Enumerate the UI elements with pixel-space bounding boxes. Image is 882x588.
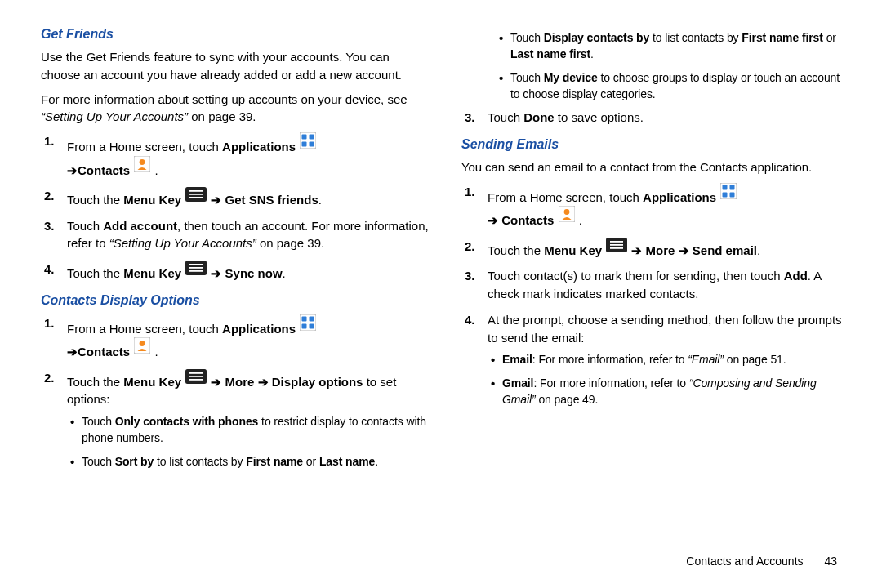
- bold: My device: [544, 71, 598, 84]
- left-column: Get Friends Use the Get Friends feature …: [41, 24, 429, 478]
- bold: More: [225, 375, 255, 389]
- text: or: [823, 31, 836, 44]
- menu-key-icon: [185, 369, 207, 389]
- bullet-sort-by: Touch Sort by to list contacts by First …: [82, 453, 429, 470]
- arrow: ➔: [207, 266, 225, 280]
- display-option-bullets-cont: Touch Display contacts by to list contac…: [461, 29, 849, 102]
- manual-page: Get Friends Use the Get Friends feature …: [0, 0, 882, 519]
- bullet-my-device: Touch My device to choose groups to disp…: [510, 69, 849, 103]
- bold: Add account: [103, 219, 177, 233]
- text: Touch: [510, 71, 544, 84]
- step-1: From a Home screen, touch Applications ➔…: [67, 132, 429, 179]
- step-1: From a Home screen, touch Applications ➔…: [488, 183, 849, 229]
- bullet-email: Email: For more information, refer to “E…: [502, 351, 849, 368]
- text: : For more information, refer to: [532, 353, 688, 366]
- bold: Sort by: [115, 455, 154, 468]
- step-3: Touch Add account, then touch an account…: [67, 217, 429, 253]
- arrow: ➔: [628, 243, 645, 257]
- sending-emails-steps: From a Home screen, touch Applications ➔…: [461, 183, 849, 408]
- text: Touch: [82, 455, 115, 468]
- text: At the prompt, choose a sending method, …: [488, 313, 842, 345]
- step-4: Touch the Menu Key ➔ Sync now.: [67, 261, 429, 283]
- bold: Gmail: [502, 376, 533, 390]
- text: .: [283, 266, 286, 280]
- text: .: [151, 163, 158, 176]
- arrow: ➔: [67, 345, 78, 359]
- text: or: [303, 455, 319, 468]
- applications-icon: [720, 183, 737, 204]
- bold: Contacts: [501, 213, 554, 227]
- contacts-icon: [134, 337, 150, 359]
- get-friends-intro: Use the Get Friends feature to sync with…: [41, 48, 429, 84]
- ref-italic: “Setting Up Your Accounts”: [109, 236, 260, 250]
- menu-key-icon: [606, 238, 627, 257]
- bold: Applications: [643, 190, 716, 204]
- display-option-bullets: Touch Only contacts with phones to restr…: [67, 413, 429, 470]
- bold: Contacts: [78, 163, 130, 176]
- text: Touch the: [488, 243, 544, 257]
- text: to list contacts by: [649, 31, 742, 44]
- bold: First name: [246, 455, 303, 468]
- step-1: From a Home screen, touch Applications ➔…: [67, 314, 429, 361]
- arrow: ➔: [254, 375, 271, 389]
- bold: Last name first: [510, 47, 590, 60]
- text: .: [590, 47, 594, 60]
- text: .: [757, 243, 760, 257]
- sending-email-methods: Email: For more information, refer to “E…: [488, 351, 849, 408]
- bold: Menu Key: [123, 266, 181, 280]
- text: From a Home screen, touch: [488, 190, 643, 204]
- text: Touch the: [67, 375, 123, 389]
- heading-display-options: Contacts Display Options: [41, 291, 429, 310]
- text: Touch: [488, 110, 523, 124]
- bold: Sync now: [225, 266, 283, 280]
- bold: First name first: [742, 31, 823, 44]
- bullet-display-contacts-by: Touch Display contacts by to list contac…: [510, 29, 849, 63]
- applications-icon: [300, 132, 316, 154]
- sending-emails-intro: You can send an email to a contact from …: [461, 158, 849, 176]
- text: on page 49.: [538, 393, 598, 406]
- text: Touch: [510, 31, 544, 44]
- text: Touch contact(s) to mark them for sendin…: [488, 269, 784, 283]
- text: .: [151, 345, 158, 359]
- text: to save options.: [555, 110, 644, 124]
- bold: Applications: [222, 322, 296, 336]
- footer-section: Contacts and Accounts: [686, 555, 803, 568]
- text: on page 51.: [727, 353, 786, 366]
- step-2: Touch the Menu Key ➔ More ➔ Display opti…: [67, 369, 429, 470]
- arrow: ➔: [675, 243, 692, 257]
- step-4: At the prompt, choose a sending method, …: [488, 311, 849, 408]
- bold: Done: [523, 110, 555, 124]
- heading-get-friends: Get Friends: [41, 24, 429, 43]
- page-footer: Contacts and Accounts 43: [686, 555, 837, 568]
- bold: Menu Key: [123, 193, 181, 207]
- text: From a Home screen, touch: [67, 322, 222, 336]
- contacts-icon: [559, 206, 575, 227]
- text: on page 39.: [188, 109, 256, 123]
- bold: Contacts: [78, 345, 130, 359]
- footer-page-number: 43: [824, 555, 837, 568]
- bold: Send email: [693, 243, 757, 257]
- menu-key-icon: [185, 261, 207, 280]
- bold: Display options: [272, 375, 363, 389]
- step-2: Touch the Menu Key ➔ Get SNS friends.: [67, 187, 429, 209]
- text: .: [375, 455, 378, 468]
- contacts-icon: [134, 156, 150, 177]
- step-3: Touch contact(s) to mark them for sendin…: [488, 267, 849, 303]
- text: For more information about setting up ac…: [41, 92, 408, 106]
- bullet-only-phones: Touch Only contacts with phones to restr…: [82, 413, 429, 447]
- text: From a Home screen, touch: [67, 140, 222, 154]
- display-options-step-3: Touch Done to save options.: [461, 109, 849, 127]
- text: .: [576, 213, 582, 227]
- menu-key-icon: [185, 187, 207, 207]
- arrow: ➔: [67, 163, 78, 176]
- bold: Last name: [319, 455, 375, 468]
- bold: Get SNS friends: [225, 193, 318, 207]
- text: : For more information, refer to: [533, 376, 688, 390]
- bold: More: [646, 243, 675, 257]
- heading-sending-emails: Sending Emails: [461, 135, 849, 154]
- applications-icon: [300, 314, 316, 336]
- step-2: Touch the Menu Key ➔ More ➔ Send email.: [488, 238, 849, 260]
- bullet-gmail: Gmail: For more information, refer to “C…: [502, 375, 849, 408]
- ref-italic: “Email”: [688, 353, 726, 366]
- text: Touch the: [67, 193, 123, 207]
